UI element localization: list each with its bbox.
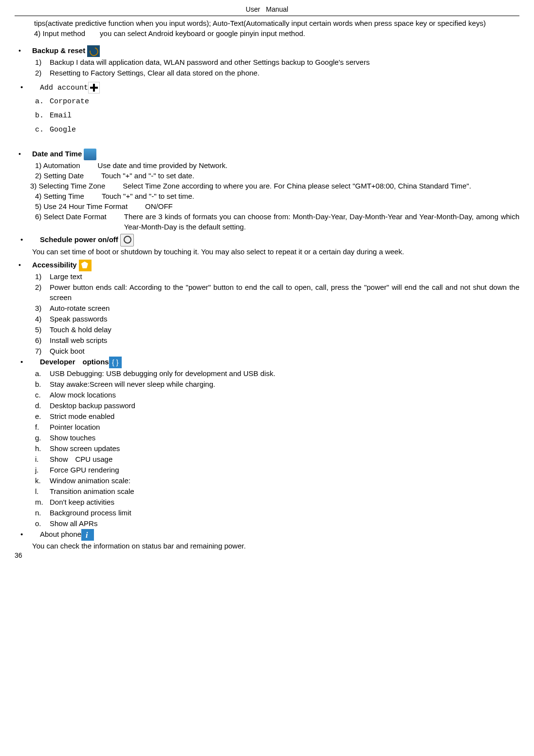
list-item: g.Show touches [35, 433, 519, 443]
list-item: l.Transition animation scale [35, 486, 519, 496]
list-item: f.Pointer location [35, 422, 519, 432]
list-item: m.Don't keep activities [35, 497, 519, 507]
list-item: 4)Speak passwords [35, 314, 519, 324]
developer-icon [109, 357, 122, 368]
developer-heading: •Developer options [20, 357, 519, 368]
dt-setdate: 2) Setting DateTouch "+" and "-" to set … [35, 170, 519, 181]
accessibility-heading: •Accessibility [18, 260, 519, 271]
dt-dateformat: 6) Select Date FormatThere are 3 kinds o… [35, 211, 519, 232]
list-item: 2)Power button ends call: According to t… [35, 282, 519, 302]
plus-icon [88, 82, 100, 94]
page-number: 36 [15, 551, 519, 561]
top-paragraph-1: tips(activate predictive function when y… [34, 18, 519, 28]
dt-timezone: 3) Selecting Time ZoneSelect Time Zone a… [30, 181, 519, 191]
list-item: a.Corporate [35, 96, 519, 107]
list-item: d.Desktop backup password [35, 400, 519, 411]
page-header: User Manual [15, 5, 519, 16]
about-phone-title: About phone [40, 530, 81, 538]
list-item: n.Background process limit [35, 508, 519, 518]
add-account-heading: •Add account [20, 82, 519, 94]
list-item: b.Stay awake:Screen will never sleep whi… [35, 379, 519, 389]
list-item: i.Show CPU usage [35, 454, 519, 464]
list-item: e.Strict mode enabled [35, 411, 519, 421]
backup-reset-heading: •Backup & reset [18, 45, 519, 57]
about-desc: You can check the information on status … [32, 541, 519, 551]
list-item: 1)Large text [35, 271, 519, 282]
date-time-heading: •Date and Time [18, 149, 519, 160]
schedule-heading: •Schedule power on/off [20, 234, 519, 246]
list-item: c.Alow mock locations [35, 390, 519, 400]
dt-24hour: 5) Use 24 Hour Time FormatON/OFF [35, 201, 519, 211]
schedule-desc: You can set time of boot or shutdown by … [32, 246, 519, 257]
list-item: 2)Resetting to Factory Settings, Clear a… [35, 68, 519, 78]
list-item: 3)Auto-rotate screen [35, 303, 519, 313]
list-item: b.Email [35, 111, 519, 121]
add-account-title: Add account [40, 84, 88, 92]
list-item: j.Force GPU rendering [35, 465, 519, 475]
backup-reset-title: Backup & reset [32, 46, 85, 55]
list-item: c.Google [35, 125, 519, 135]
about-icon [81, 529, 94, 541]
date-time-title: Date and Time [32, 150, 82, 158]
list-item: o.Show all APRs [35, 518, 519, 529]
list-item: 6)Install web scripts [35, 335, 519, 345]
schedule-icon [120, 234, 134, 246]
list-item: 7)Quick boot [35, 346, 519, 356]
list-item: k.Window animation scale: [35, 475, 519, 486]
datetime-icon [84, 149, 96, 160]
backup-icon [87, 45, 100, 57]
list-item: 5)Touch & hold delay [35, 324, 519, 335]
schedule-title: Schedule power on/off [40, 235, 118, 244]
list-item: h.Show screen updates [35, 443, 519, 454]
about-phone-heading: •About phone [20, 529, 519, 541]
accessibility-title: Accessibility [32, 261, 77, 269]
list-item: a.USB Debugging: USB debugging only for … [35, 368, 519, 378]
accessibility-icon [79, 260, 92, 271]
dt-automation: 1) AutomationUse date and time provided … [35, 160, 519, 170]
top-paragraph-2: 4) Input method you can select Android k… [34, 28, 519, 38]
list-item: 1)Backup I data will application data, W… [35, 57, 519, 67]
developer-title: Developer options [40, 358, 109, 366]
dt-settime: 4) Setting TimeTouch "+" and "-" to set … [35, 191, 519, 201]
